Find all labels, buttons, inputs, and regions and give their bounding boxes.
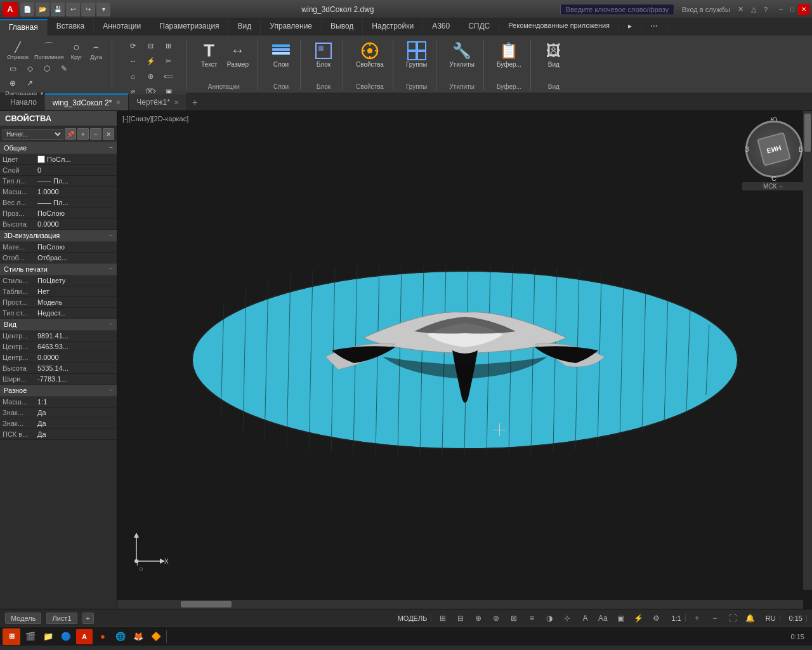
tab-parametrize[interactable]: Параметризация xyxy=(150,19,228,36)
tab-home[interactable]: Главная xyxy=(0,19,48,36)
full-screen-button[interactable]: ⛶ xyxy=(726,612,739,625)
open-button[interactable]: 📂 xyxy=(36,3,49,17)
horizontal-scrollbar[interactable] xyxy=(117,600,803,609)
draw-line-button[interactable]: ╱ Отрезок xyxy=(5,39,30,61)
groups-button[interactable]: Группы xyxy=(403,39,429,69)
tab-manage[interactable]: Управление xyxy=(261,19,322,36)
taskbar-app8[interactable]: 🔶 xyxy=(148,629,164,644)
vertical-scrollbar[interactable] xyxy=(803,111,812,590)
osnap-toggle[interactable]: ⊛ xyxy=(490,612,502,625)
taskbar-start[interactable]: ⊞ xyxy=(3,628,20,645)
add-sheet-button[interactable]: + xyxy=(82,613,94,624)
prop-collapse-general[interactable]: − xyxy=(109,144,113,152)
prop-btn-close[interactable]: ✕ xyxy=(103,128,114,140)
edit-tool3[interactable]: ⊞ xyxy=(161,39,176,52)
draw-tool-extra3[interactable]: ⬡ xyxy=(39,62,55,75)
doc-tab-start[interactable]: Начало xyxy=(3,95,45,109)
doc-tab-add[interactable]: + xyxy=(187,95,202,110)
edit-tool6[interactable]: ✂ xyxy=(161,55,176,67)
taskbar-app2[interactable]: 📁 xyxy=(41,629,56,644)
tracking-toggle[interactable]: ⊠ xyxy=(508,612,520,625)
prop-section-print-header[interactable]: Стиль печати − xyxy=(0,263,117,275)
doc-tab-drawing[interactable]: Чертёж1* ✕ xyxy=(129,93,187,110)
doc-tab-wing-close[interactable]: ✕ xyxy=(115,99,121,106)
zoom-out-button[interactable]: − xyxy=(709,612,721,625)
doc-tab-drawing-close[interactable]: ✕ xyxy=(174,99,179,106)
status-icons-more[interactable]: ▣ xyxy=(614,612,627,625)
selection-toggle[interactable]: ⊹ xyxy=(561,612,573,625)
edit-tool7[interactable]: ⌂ xyxy=(126,70,141,83)
navigation-cube[interactable]: Ю З ЕИН В С МСК ← xyxy=(742,117,806,187)
zoom-in-button[interactable]: + xyxy=(691,612,704,625)
model-tab-button[interactable]: Модель xyxy=(5,613,41,624)
dim-button[interactable]: ↔ Размер xyxy=(225,39,251,69)
text-button[interactable]: T Текст xyxy=(197,39,222,69)
prop-row-shadow[interactable]: Отоб... Отбрас... xyxy=(0,253,117,263)
tab-insert[interactable]: Вставка xyxy=(48,19,95,36)
draw-tool-extra5[interactable]: ⊕ xyxy=(5,77,20,90)
draw-tool-extra6[interactable]: ↗ xyxy=(22,77,37,90)
clipboard-button[interactable]: 📋 Буфер... xyxy=(494,39,524,69)
prop-section-general-header[interactable]: Общие − xyxy=(0,142,117,154)
prop-row-table[interactable]: Табли... Нет xyxy=(0,286,117,297)
prop-row-center-x[interactable]: Центр... 9891.41... xyxy=(0,331,117,342)
scrollbar-thumb-h[interactable] xyxy=(181,601,232,607)
prop-row-lineweight[interactable]: Вес л... —— Пл... xyxy=(0,197,117,208)
prop-row-view-height[interactable]: Высота 5335.14... xyxy=(0,363,117,374)
notification-button[interactable]: 🔔 xyxy=(744,612,757,625)
prop-collapse-print[interactable]: − xyxy=(109,265,113,273)
prop-row-layer[interactable]: Слой 0 xyxy=(0,165,117,176)
login-button[interactable]: Вход в службы xyxy=(679,6,733,13)
tab-a360[interactable]: А360 xyxy=(423,19,459,36)
taskbar-app1[interactable]: 🎬 xyxy=(23,629,38,644)
prop-row-space[interactable]: Прост... Модель xyxy=(0,297,117,308)
taskbar-app6[interactable]: 🌐 xyxy=(113,629,128,644)
tab-options[interactable]: ⋯ xyxy=(641,19,667,36)
prop-section-view-header[interactable]: Вид − xyxy=(0,319,117,331)
draw-tool-extra4[interactable]: ✎ xyxy=(56,62,72,75)
prop-row-transparency[interactable]: Проз... ПоСлою xyxy=(0,208,117,219)
prop-row-linetype[interactable]: Тип л... —— Пл... xyxy=(0,176,117,187)
undo-button[interactable]: ↩ xyxy=(66,3,80,17)
anno-visibility[interactable]: A xyxy=(579,612,591,625)
draw-polyline-button[interactable]: ⌒ Полилиния xyxy=(32,39,66,61)
prop-btn-remove[interactable]: − xyxy=(90,128,102,140)
edit-tool5[interactable]: ⚡ xyxy=(143,55,159,67)
draw-arc-button[interactable]: ⌢ Дуга xyxy=(88,39,105,61)
prop-row-misc2[interactable]: Знак... Да xyxy=(0,418,117,429)
new-button[interactable]: 📄 xyxy=(20,3,34,17)
titlebar-help[interactable]: ? xyxy=(761,6,770,13)
prop-row-scale[interactable]: Масш... 1.0000 xyxy=(0,187,117,197)
tab-addons[interactable]: Надстройки xyxy=(363,19,423,36)
more-tools-button[interactable]: ▾ xyxy=(96,3,110,17)
sheet-tab-button[interactable]: Лист1 xyxy=(46,613,77,624)
prop-row-center-y[interactable]: Центр... 6463.93... xyxy=(0,342,117,352)
prop-row-height[interactable]: Высота 0.0000 xyxy=(0,219,117,230)
tab-more[interactable]: ▸ xyxy=(619,19,641,36)
taskbar-app5[interactable]: ● xyxy=(95,629,110,644)
win-max-button[interactable]: □ xyxy=(787,4,798,15)
prop-row-misc-scale[interactable]: Масш... 1:1 xyxy=(0,397,117,408)
compass-ring[interactable]: З ЕИН В xyxy=(745,121,802,178)
draw-tool-extra1[interactable]: ▭ xyxy=(5,62,20,75)
block-button[interactable]: Блок xyxy=(311,39,336,69)
prop-row-misc3[interactable]: ПСК в... Да xyxy=(0,429,117,440)
prop-collapse-view[interactable]: − xyxy=(109,321,113,328)
tab-spds[interactable]: СПДС xyxy=(459,19,499,36)
transparency-toggle[interactable]: ◑ xyxy=(543,612,556,625)
tab-annotate[interactable]: Аннотации xyxy=(94,19,150,36)
msk-label[interactable]: МСК ← xyxy=(742,182,806,190)
win-close-button[interactable]: ✕ xyxy=(798,4,809,15)
properties-button[interactable]: Свойства xyxy=(353,39,386,69)
compass-center-cube[interactable]: ЕИН xyxy=(757,132,791,166)
prop-row-center-z[interactable]: Центр... 0.0000 xyxy=(0,352,117,363)
tab-output[interactable]: Вывод xyxy=(322,19,363,36)
grid-toggle[interactable]: ⊞ xyxy=(436,612,449,625)
search-input[interactable] xyxy=(560,4,674,15)
save-button[interactable]: 💾 xyxy=(51,3,65,17)
prop-section-misc-header[interactable]: Разное − xyxy=(0,385,117,397)
prop-object-selector[interactable]: Ничег... xyxy=(3,129,63,140)
prop-row-misc1[interactable]: Знак... Да xyxy=(0,408,117,418)
edit-tool2[interactable]: ⊟ xyxy=(143,39,159,52)
titlebar-icon2[interactable]: △ xyxy=(749,5,759,13)
